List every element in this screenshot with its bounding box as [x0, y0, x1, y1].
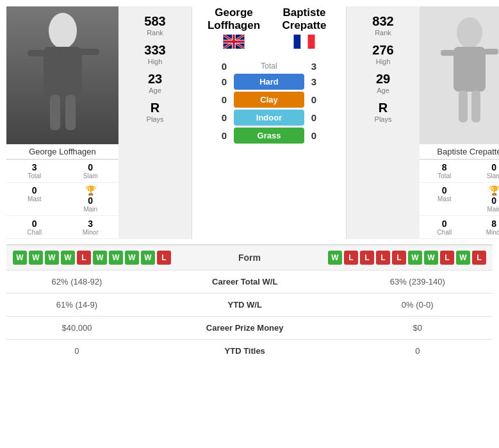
right-rank-label: Rank	[350, 29, 416, 37]
prize-label: Career Prize Money	[147, 317, 343, 340]
svg-point-0	[49, 13, 77, 49]
right-player-header: Baptiste Crepatte	[269, 6, 339, 53]
hard-score-row: 0 Hard 3	[199, 74, 339, 90]
left-mast-value: 0	[8, 185, 61, 195]
right-plays-value: R	[350, 101, 416, 115]
right-chall-label: Chall	[421, 229, 468, 236]
right-total-label: Total	[421, 172, 468, 179]
form-badge-w: W	[456, 251, 470, 265]
grass-left-score: 0	[218, 130, 230, 141]
right-rank-item: 832 Rank	[350, 14, 416, 37]
hard-right-score: 3	[308, 76, 320, 87]
left-minor-cell: 3 Minor	[63, 216, 119, 239]
center-column: George Loffhagen	[192, 6, 346, 239]
left-plays-value: R	[122, 101, 188, 115]
left-rank-item: 583 Rank	[122, 14, 188, 37]
match-scores: 0 Total 3 0 Hard 3 0 Clay 0 0	[192, 56, 346, 148]
left-plays-label: Plays	[122, 115, 188, 123]
form-badge-w: W	[328, 251, 342, 265]
clay-left-score: 0	[218, 94, 230, 105]
indoor-surface-btn[interactable]: Indoor	[234, 110, 304, 126]
left-main-cell: 🏆 0 Main	[63, 183, 119, 216]
right-player-stats-grid: 8 Total 0 Slam 0 Mast 🏆 0 Main 0	[420, 159, 499, 239]
form-badge-l: L	[376, 251, 390, 265]
hard-surface-btn[interactable]: Hard	[234, 74, 304, 90]
svg-rect-15	[471, 90, 480, 122]
right-slam-value: 0	[471, 162, 500, 172]
grass-surface-btn[interactable]: Grass	[234, 128, 304, 144]
left-age-value: 23	[122, 72, 188, 87]
left-mast-label: Mast	[8, 195, 61, 203]
right-player-section: Baptiste Crepatte 8 Total 0 Slam 0 Mast …	[420, 6, 499, 239]
right-high-value: 276	[350, 43, 416, 58]
clay-surface-btn[interactable]: Clay	[234, 92, 304, 108]
svg-rect-13	[484, 49, 498, 54]
left-slam-value: 0	[64, 162, 118, 172]
ytd-titles-label: YTD Titles	[147, 340, 343, 363]
indoor-left-score: 0	[218, 112, 230, 123]
form-badge-w: W	[61, 251, 75, 265]
form-badge-l: L	[472, 251, 486, 265]
left-player-stats-grid: 3 Total 0 Slam 0 Mast 🏆 0 Main 0	[6, 159, 119, 239]
right-player-photo	[420, 6, 499, 144]
hard-left-score: 0	[218, 76, 230, 87]
indoor-score-row: 0 Indoor 0	[199, 110, 339, 126]
right-main-cell: 🏆 0 Main	[470, 183, 500, 216]
left-high-value: 333	[122, 43, 188, 58]
svg-rect-4	[50, 95, 60, 130]
form-badge-w: W	[109, 251, 123, 265]
form-badge-w: W	[141, 251, 155, 265]
left-minor-value: 3	[64, 219, 118, 229]
left-rank-label: Rank	[122, 29, 188, 37]
total-score-row: 0 Total 3	[199, 61, 339, 72]
svg-rect-3	[80, 49, 99, 55]
left-total-label: Total	[8, 172, 61, 179]
right-minor-label: Minor	[471, 229, 500, 236]
total-left-score: 0	[218, 61, 230, 72]
right-age-value: 29	[350, 72, 416, 87]
left-total-value: 3	[8, 162, 61, 172]
right-total-cell: 8 Total	[420, 160, 470, 183]
left-plays-item: R Plays	[122, 101, 188, 123]
form-badge-l: L	[392, 251, 406, 265]
left-main-label: Main	[64, 206, 118, 213]
ytd-titles-left: 0	[6, 340, 147, 363]
left-player-flag	[199, 35, 269, 53]
ytd-wl-left: 61% (14-9)	[6, 294, 147, 317]
right-slam-label: Slam	[471, 172, 500, 179]
left-slam-cell: 0 Slam	[63, 160, 119, 183]
clay-score-row: 0 Clay 0	[199, 92, 339, 108]
left-rank-value: 583	[122, 14, 188, 29]
form-badge-w: W	[45, 251, 59, 265]
prize-left: $40,000	[6, 317, 147, 340]
left-high-item: 333 High	[122, 43, 188, 65]
indoor-right-score: 0	[308, 112, 320, 123]
form-badge-w: W	[408, 251, 422, 265]
ytd-wl-row: 61% (14-9) YTD W/L 0% (0-0)	[6, 294, 493, 317]
left-main-value: 0	[64, 195, 118, 206]
right-plays-item: R Plays	[350, 101, 416, 123]
left-mast-cell: 0 Mast	[6, 183, 63, 216]
left-trophy-icon: 🏆	[64, 185, 118, 195]
right-form-badges: WLLLLWWLWL	[328, 251, 486, 265]
right-age-item: 29 Age	[350, 72, 416, 94]
form-badge-l: L	[360, 251, 374, 265]
left-player-name: George Loffhagen	[6, 144, 119, 159]
total-label: Total	[234, 62, 304, 71]
form-badge-w: W	[125, 251, 139, 265]
right-stat-card: 832 Rank 276 High 29 Age R Plays	[346, 6, 420, 239]
left-age-label: Age	[122, 87, 188, 94]
right-mast-value: 0	[421, 185, 468, 195]
fr-flag-icon	[293, 35, 315, 49]
prize-row: $40,000 Career Prize Money $0	[6, 317, 493, 340]
player-silhouette	[24, 12, 101, 140]
form-badge-w: W	[13, 251, 27, 265]
svg-rect-11	[454, 47, 486, 92]
right-minor-cell: 8 Minor	[470, 216, 500, 239]
ytd-titles-right: 0	[342, 340, 493, 363]
career-wl-right: 63% (239-140)	[342, 270, 493, 294]
form-label: Form	[238, 253, 261, 263]
left-stats-box: 583 Rank 333 High 23 Age R Plays	[119, 6, 192, 131]
svg-rect-8	[301, 35, 308, 49]
left-minor-label: Minor	[64, 229, 118, 236]
